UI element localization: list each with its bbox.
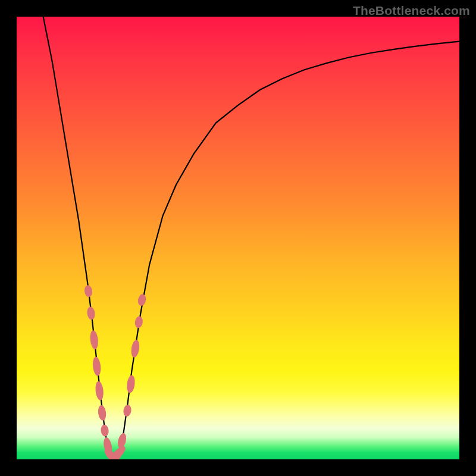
plot-area — [17, 17, 459, 459]
data-marker — [117, 433, 128, 449]
bottleneck-curve — [43, 17, 459, 459]
data-marker — [84, 285, 93, 298]
data-marker — [126, 375, 136, 393]
marker-group — [84, 285, 147, 459]
data-marker — [137, 293, 146, 306]
watermark-text: TheBottleneck.com — [353, 4, 470, 18]
data-marker — [95, 381, 104, 400]
data-marker — [98, 405, 107, 421]
data-marker — [123, 404, 132, 417]
data-marker — [134, 315, 143, 328]
data-marker — [89, 330, 99, 350]
data-marker — [86, 306, 96, 320]
curve-layer — [17, 17, 459, 459]
data-marker — [130, 339, 140, 358]
data-marker — [100, 424, 109, 437]
chart-frame: TheBottleneck.com — [0, 0, 476, 476]
data-marker — [92, 356, 101, 376]
